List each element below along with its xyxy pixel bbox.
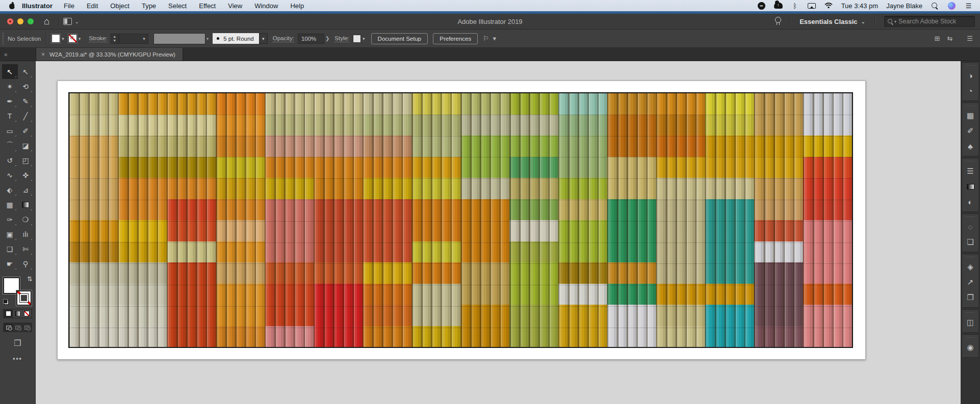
color-panel-icon[interactable]: ◑: [962, 68, 978, 83]
artwork-cell[interactable]: [69, 136, 118, 157]
type-tool[interactable]: T: [2, 109, 18, 123]
artwork-cell[interactable]: [314, 262, 363, 284]
artwork-cell[interactable]: [314, 115, 363, 136]
artwork-cell[interactable]: [461, 284, 510, 305]
artwork-cell[interactable]: [167, 220, 216, 241]
artwork-cell[interactable]: [69, 93, 118, 115]
artwork-cell[interactable]: [216, 241, 265, 263]
discover-lightbulb-icon[interactable]: [775, 17, 781, 26]
artwork-cell[interactable]: [461, 136, 510, 157]
artwork-cell[interactable]: [363, 284, 412, 305]
artwork-cell[interactable]: [803, 115, 852, 136]
artwork-cell[interactable]: [363, 199, 412, 221]
artwork-cell[interactable]: [509, 305, 558, 326]
artwork-cell[interactable]: [363, 326, 412, 347]
artwork-cell[interactable]: [265, 284, 314, 305]
artwork-cell[interactable]: [363, 220, 412, 241]
stroke-color-control[interactable]: ▾: [68, 34, 81, 43]
artwork-cell[interactable]: [509, 199, 558, 221]
artwork-cell[interactable]: [69, 262, 118, 284]
artwork-cell[interactable]: [118, 326, 167, 347]
line-segment-tool[interactable]: ╱: [18, 109, 34, 123]
creative-cloud-icon[interactable]: ∞: [757, 2, 766, 10]
artwork-cell[interactable]: [69, 241, 118, 263]
artwork-cell[interactable]: [509, 326, 558, 347]
change-screen-mode-icon[interactable]: ❐: [14, 338, 21, 348]
slice-tool[interactable]: ✄: [18, 241, 34, 256]
artwork-cell[interactable]: [461, 157, 510, 178]
artwork-cell[interactable]: [167, 284, 216, 305]
none-button[interactable]: [22, 310, 31, 317]
artwork-cell[interactable]: [509, 220, 558, 241]
perspective-grid-tool[interactable]: ⊿: [18, 182, 34, 197]
artwork-cell[interactable]: [118, 241, 167, 263]
blend-tool[interactable]: ❍: [18, 212, 34, 227]
artwork-cell[interactable]: [509, 136, 558, 157]
artwork-cell[interactable]: [118, 199, 167, 221]
workspace-grid-icon[interactable]: ⊞: [935, 35, 940, 42]
stroke-weight-stepper[interactable]: ▲▼: [111, 34, 119, 44]
preferences-button[interactable]: Preferences: [433, 33, 478, 44]
artwork-cell[interactable]: [167, 93, 216, 115]
artwork-cell[interactable]: [803, 326, 852, 347]
artwork-cell[interactable]: [754, 326, 803, 347]
panel-group-grip[interactable]: [966, 159, 975, 163]
menu-item[interactable]: View: [228, 2, 242, 10]
artwork-cell[interactable]: [558, 326, 607, 347]
artwork-cell[interactable]: [754, 136, 803, 157]
paintbrush-tool[interactable]: ✐: [18, 123, 34, 138]
artwork-cell[interactable]: [705, 305, 754, 326]
artwork-cell[interactable]: [265, 178, 314, 199]
artboard[interactable]: [57, 80, 866, 360]
artwork-cell[interactable]: [69, 157, 118, 178]
transparency-panel-icon[interactable]: ◐: [962, 194, 978, 209]
artwork-cell[interactable]: [754, 262, 803, 284]
color-guide-panel-icon[interactable]: ◔: [962, 83, 978, 98]
brushes-panel-icon[interactable]: ✐: [962, 123, 978, 139]
artwork-cell[interactable]: [412, 326, 461, 347]
artwork-cell[interactable]: [607, 305, 656, 326]
artwork-cell[interactable]: [607, 93, 656, 115]
artwork-cell[interactable]: [412, 199, 461, 221]
artwork-cell[interactable]: [167, 178, 216, 199]
gradient-button[interactable]: [13, 310, 22, 317]
artwork-cell[interactable]: [656, 136, 705, 157]
artwork-cell[interactable]: [314, 241, 363, 263]
artwork-cell[interactable]: [607, 136, 656, 157]
artwork-cell[interactable]: [803, 199, 852, 221]
artwork-cell[interactable]: [754, 199, 803, 221]
artwork-cell[interactable]: [558, 199, 607, 221]
artwork-cell[interactable]: [216, 115, 265, 136]
artwork-cell[interactable]: [118, 136, 167, 157]
artwork-cell[interactable]: [412, 157, 461, 178]
zoom-window-button[interactable]: [28, 18, 34, 24]
artwork-cell[interactable]: [607, 115, 656, 136]
artwork-mosaic[interactable]: [68, 92, 853, 348]
artwork-cell[interactable]: [461, 178, 510, 199]
adobe-stock-search[interactable]: ▾: [884, 16, 975, 27]
curvature-tool[interactable]: ✎: [18, 94, 34, 109]
export-for-screens-panel-icon[interactable]: ↗: [962, 275, 978, 290]
artwork-cell[interactable]: [69, 305, 118, 326]
artwork-cell[interactable]: [265, 220, 314, 241]
stroke-box[interactable]: [16, 290, 32, 306]
artwork-cell[interactable]: [754, 241, 803, 263]
artwork-cell[interactable]: [363, 178, 412, 199]
artwork-cell[interactable]: [558, 157, 607, 178]
artwork-cell[interactable]: [265, 93, 314, 115]
artwork-cell[interactable]: [656, 157, 705, 178]
gradient-panel-icon[interactable]: [962, 179, 978, 194]
artwork-cell[interactable]: [167, 157, 216, 178]
artwork-cell[interactable]: [216, 93, 265, 115]
artwork-cell[interactable]: [216, 157, 265, 178]
asset-export-panel-icon[interactable]: ◫: [962, 315, 978, 330]
artwork-cell[interactable]: [461, 115, 510, 136]
stock-search-input[interactable]: [898, 18, 971, 25]
scale-tool[interactable]: ◰: [18, 153, 34, 168]
artwork-cell[interactable]: [363, 241, 412, 263]
artwork-cell[interactable]: [363, 136, 412, 157]
artwork-cell[interactable]: [509, 262, 558, 284]
menu-item[interactable]: Effect: [199, 2, 216, 10]
workspace-switcher[interactable]: Essentials Classic ⌄: [800, 18, 865, 25]
artwork-cell[interactable]: [69, 178, 118, 199]
